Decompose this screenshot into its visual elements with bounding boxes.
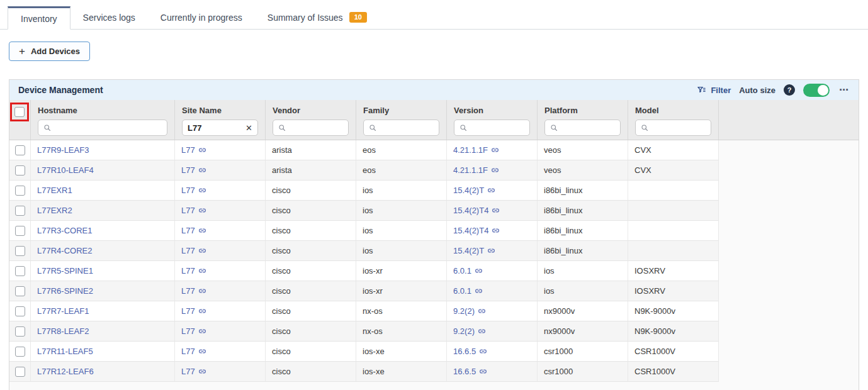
tab-summary-of-issues[interactable]: Summary of Issues 10 — [255, 6, 380, 29]
column-label-model[interactable]: Model — [635, 106, 711, 115]
version-link[interactable]: 15.4(2)T4 — [453, 226, 500, 235]
row-checkbox[interactable] — [15, 165, 25, 176]
platform-text: i86bi_linux — [544, 226, 582, 235]
site-link[interactable]: L77 — [181, 206, 206, 215]
filter-input-site[interactable] — [188, 123, 242, 133]
row-checkbox[interactable] — [15, 367, 25, 377]
filter-input-hostname[interactable] — [55, 123, 162, 132]
tab-currently-in-progress[interactable]: Currently in progress — [148, 6, 255, 29]
hostname-link[interactable]: L77EXR1 — [37, 186, 72, 195]
hostname-link[interactable]: L77R9-LEAF3 — [37, 145, 89, 155]
hostname-link[interactable]: L77R6-SPINE2 — [37, 286, 93, 296]
row-checkbox[interactable] — [15, 226, 25, 236]
vendor-text: cisco — [272, 186, 291, 195]
add-devices-button[interactable]: + Add Devices — [9, 42, 90, 61]
platform-cell: veos — [538, 140, 628, 160]
select-all-checkbox[interactable] — [14, 107, 25, 117]
column-label-hostname[interactable]: Hostname — [38, 106, 167, 115]
version-link-label: 15.4(2)T4 — [453, 206, 488, 215]
row-checkbox[interactable] — [15, 286, 25, 296]
column-filter-hostname[interactable] — [38, 120, 167, 136]
family-text: ios — [363, 206, 373, 215]
filter-input-platform[interactable] — [561, 123, 615, 132]
column-label-platform[interactable]: Platform — [544, 106, 621, 115]
filter-label: Filter — [711, 86, 731, 95]
column-filter-version[interactable] — [454, 120, 530, 136]
filter-input-vendor[interactable] — [290, 123, 343, 132]
column-label-vendor[interactable]: Vendor — [273, 106, 349, 115]
site-link[interactable]: L77 — [181, 266, 206, 276]
site-link[interactable]: L77 — [181, 367, 206, 376]
version-link[interactable]: 9.2(2) — [453, 306, 486, 316]
version-link[interactable]: 16.6.5 — [453, 347, 487, 356]
column-filter-vendor[interactable] — [273, 120, 349, 136]
family-cell: ios-xe — [356, 342, 447, 361]
site-link[interactable]: L77 — [181, 347, 206, 356]
version-link-label: 4.21.1.1F — [453, 165, 488, 175]
filter-input-version[interactable] — [471, 123, 524, 132]
hostname-link[interactable]: L77R8-LEAF2 — [37, 326, 89, 336]
site-link[interactable]: L77 — [181, 165, 206, 175]
row-checkbox[interactable] — [15, 347, 25, 357]
site-link[interactable]: L77 — [181, 306, 206, 316]
table-row: L77R4-CORE2L77ciscoios15.4(2)Ti86bi_linu… — [9, 241, 719, 261]
hostname-link[interactable]: L77R10-LEAF4 — [37, 165, 94, 175]
site-link-label: L77 — [181, 266, 195, 276]
version-link[interactable]: 15.4(2)T — [453, 246, 495, 255]
column-filter-family[interactable] — [363, 120, 439, 136]
column-label-site[interactable]: Site Name — [182, 106, 258, 115]
model-text: CSR1000V — [634, 347, 675, 356]
site-link[interactable]: L77 — [181, 246, 206, 255]
version-link[interactable]: 9.2(2) — [453, 326, 486, 336]
version-link[interactable]: 15.4(2)T4 — [453, 206, 500, 215]
clear-filter-icon[interactable]: ✕ — [245, 124, 252, 132]
help-icon[interactable]: ? — [784, 84, 795, 96]
version-link-label: 6.0.1 — [453, 266, 471, 276]
header-filler — [719, 100, 859, 140]
hostname-link[interactable]: L77R5-SPINE1 — [37, 266, 93, 276]
autosize-toggle[interactable] — [803, 84, 830, 97]
version-cell: 15.4(2)T — [447, 241, 538, 260]
row-checkbox[interactable] — [15, 266, 25, 276]
version-link-label: 4.21.1.1F — [453, 145, 488, 155]
more-options-icon[interactable]: ⋯ — [838, 84, 850, 96]
site-link[interactable]: L77 — [181, 326, 206, 336]
model-cell — [628, 221, 719, 240]
platform-cell: ios — [538, 281, 628, 301]
filter-input-family[interactable] — [380, 123, 434, 132]
version-link[interactable]: 15.4(2)T — [453, 186, 495, 195]
column-label-version[interactable]: Version — [454, 106, 530, 115]
hostname-link[interactable]: L77R7-LEAF1 — [37, 306, 89, 316]
column-label-family[interactable]: Family — [363, 106, 439, 115]
row-checkbox[interactable] — [15, 206, 25, 216]
hostname-link[interactable]: L77R11-LEAF5 — [37, 347, 93, 356]
tab-services-logs[interactable]: Services logs — [70, 6, 148, 29]
version-link[interactable]: 6.0.1 — [453, 266, 483, 276]
version-link[interactable]: 4.21.1.1F — [453, 145, 499, 155]
site-link-label: L77 — [181, 165, 195, 175]
hostname-link[interactable]: L77EXR2 — [37, 206, 72, 215]
row-checkbox[interactable] — [15, 246, 25, 256]
plus-icon: + — [19, 46, 25, 57]
site-link[interactable]: L77 — [181, 286, 206, 296]
filter-input-model[interactable] — [652, 123, 706, 132]
tab-inventory[interactable]: Inventory — [8, 6, 70, 30]
row-checkbox[interactable] — [15, 145, 25, 155]
site-link[interactable]: L77 — [181, 186, 206, 195]
hostname-link[interactable]: L77R3-CORE1 — [37, 226, 92, 235]
column-filter-site[interactable]: ✕ — [182, 120, 258, 136]
hostname-link[interactable]: L77R4-CORE2 — [37, 246, 92, 255]
row-checkbox[interactable] — [15, 306, 25, 316]
version-link[interactable]: 6.0.1 — [453, 286, 483, 296]
version-link[interactable]: 4.21.1.1F — [453, 165, 499, 175]
filter-button[interactable]: Filter — [697, 86, 731, 95]
site-link[interactable]: L77 — [181, 145, 206, 155]
row-checkbox[interactable] — [15, 326, 25, 337]
vendor-cell: arista — [266, 160, 356, 180]
column-filter-model[interactable] — [635, 120, 711, 136]
site-link[interactable]: L77 — [181, 226, 206, 235]
hostname-link[interactable]: L77R12-LEAF6 — [37, 367, 94, 376]
version-link[interactable]: 16.6.5 — [453, 367, 487, 376]
row-checkbox[interactable] — [15, 186, 25, 196]
column-filter-platform[interactable] — [544, 120, 621, 136]
